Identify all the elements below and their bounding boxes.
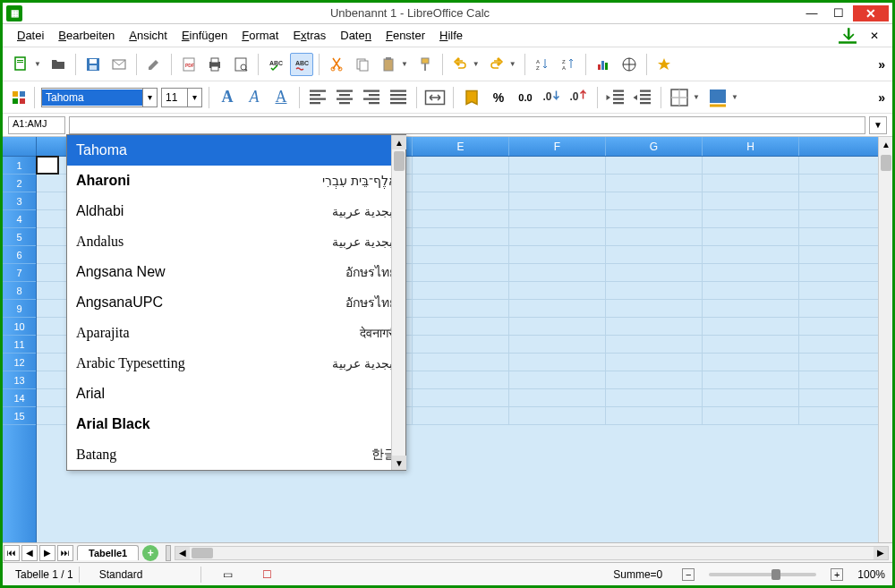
new-button[interactable] bbox=[10, 53, 33, 76]
cell[interactable] bbox=[703, 407, 799, 424]
cell[interactable] bbox=[509, 282, 606, 299]
cell[interactable] bbox=[606, 354, 703, 371]
cell[interactable] bbox=[703, 157, 799, 174]
tab-nav-first-button[interactable]: ⏮ bbox=[4, 545, 20, 561]
cell[interactable] bbox=[606, 336, 703, 353]
open-button[interactable] bbox=[47, 53, 70, 76]
scroll-down-icon[interactable]: ▼ bbox=[392, 456, 406, 470]
font-option[interactable]: Arabic Typesettingأبجدية عربية bbox=[67, 348, 405, 379]
row-header[interactable]: 2 bbox=[3, 175, 36, 192]
scroll-thumb[interactable] bbox=[192, 548, 213, 558]
cell[interactable] bbox=[509, 354, 606, 371]
bgcolor-dropdown-icon[interactable]: ▼ bbox=[731, 93, 741, 101]
row-header[interactable]: 1 bbox=[3, 157, 36, 175]
cell[interactable] bbox=[703, 264, 799, 281]
cell[interactable] bbox=[509, 407, 606, 424]
chart-button[interactable] bbox=[592, 53, 615, 76]
cell-a1[interactable] bbox=[37, 157, 58, 174]
align-right-button[interactable] bbox=[360, 86, 383, 109]
cell[interactable] bbox=[509, 336, 606, 353]
bgcolor-button[interactable] bbox=[706, 86, 729, 109]
cell[interactable] bbox=[413, 192, 509, 209]
menu-ansicht[interactable]: Ansicht bbox=[124, 27, 173, 44]
print-button[interactable] bbox=[203, 53, 226, 76]
cell[interactable] bbox=[413, 318, 509, 335]
font-option[interactable]: Andalusأبجدية عربية bbox=[67, 226, 405, 257]
cell[interactable] bbox=[413, 336, 509, 353]
font-dropdown-scrollbar[interactable]: ▲ ▼ bbox=[391, 135, 405, 470]
paste-dropdown-icon[interactable]: ▼ bbox=[401, 60, 411, 68]
pdf-button[interactable]: PDF bbox=[177, 53, 200, 76]
font-name-input[interactable] bbox=[42, 89, 142, 106]
cell[interactable] bbox=[509, 371, 606, 388]
font-option[interactable]: AngsanaUPCอักษรไทย bbox=[67, 287, 405, 318]
font-option[interactable]: Aparajitaदेवनागरी bbox=[67, 318, 405, 348]
minimize-button[interactable]: — bbox=[799, 5, 824, 21]
navigator-button[interactable] bbox=[618, 53, 641, 76]
autospell-button[interactable]: ABC bbox=[290, 53, 313, 76]
menu-bearbeiten[interactable]: Bearbeiten bbox=[53, 27, 120, 44]
row-header[interactable]: 6 bbox=[3, 246, 36, 264]
zoom-knob[interactable] bbox=[771, 569, 780, 580]
status-sum[interactable]: Summe=0 bbox=[608, 567, 668, 583]
align-left-button[interactable] bbox=[306, 86, 329, 109]
cell[interactable] bbox=[413, 300, 509, 317]
copy-button[interactable] bbox=[351, 53, 374, 76]
cell[interactable] bbox=[509, 210, 606, 227]
cell[interactable] bbox=[703, 228, 799, 245]
new-dropdown-icon[interactable]: ▼ bbox=[34, 60, 44, 68]
font-name-box[interactable]: ▾ bbox=[41, 88, 158, 107]
download-icon[interactable] bbox=[839, 27, 857, 45]
scroll-up-icon[interactable]: ▲ bbox=[392, 135, 406, 149]
column-header[interactable]: F bbox=[509, 137, 606, 156]
undo-button[interactable] bbox=[448, 53, 472, 76]
cell[interactable] bbox=[413, 210, 509, 227]
column-header[interactable]: E bbox=[413, 137, 509, 156]
sheet-tab[interactable]: Tabelle1 bbox=[77, 545, 139, 560]
increase-indent-button[interactable] bbox=[631, 86, 654, 109]
zoom-value[interactable]: 100% bbox=[857, 568, 885, 581]
tab-nav-next-button[interactable]: ▶ bbox=[39, 545, 55, 561]
selection-mode-icon[interactable]: ☐ bbox=[260, 567, 275, 582]
tab-splitter[interactable] bbox=[166, 545, 171, 561]
close-doc-icon[interactable]: ✕ bbox=[865, 27, 883, 45]
add-decimal-button[interactable]: .0 bbox=[541, 86, 564, 109]
font-option[interactable]: Arial bbox=[67, 379, 405, 409]
percent-button[interactable]: % bbox=[487, 86, 510, 109]
font-option[interactable]: Batang한글 bbox=[67, 439, 405, 470]
mail-button[interactable] bbox=[107, 53, 131, 76]
zoom-slider[interactable] bbox=[709, 573, 816, 576]
merge-cells-button[interactable] bbox=[423, 86, 447, 109]
row-header[interactable]: 10 bbox=[3, 318, 36, 336]
cell[interactable] bbox=[413, 371, 509, 388]
row-header[interactable]: 11 bbox=[3, 336, 36, 354]
close-button[interactable]: ✕ bbox=[853, 5, 889, 21]
align-center-button[interactable] bbox=[333, 86, 356, 109]
cell[interactable] bbox=[703, 300, 799, 317]
scroll-left-icon[interactable]: ◀ bbox=[175, 547, 190, 559]
borders-button[interactable] bbox=[668, 86, 691, 109]
cell[interactable] bbox=[606, 407, 703, 424]
cell[interactable] bbox=[509, 157, 606, 174]
cell[interactable] bbox=[509, 192, 606, 209]
row-header[interactable]: 14 bbox=[3, 389, 36, 407]
formula-input[interactable] bbox=[69, 116, 865, 134]
menu-hilfe[interactable]: Hilfe bbox=[434, 27, 468, 44]
cell[interactable] bbox=[703, 371, 799, 388]
decrease-indent-button[interactable] bbox=[604, 86, 627, 109]
cell[interactable] bbox=[509, 228, 606, 245]
insert-mode-icon[interactable]: ▭ bbox=[221, 567, 235, 582]
cell[interactable] bbox=[413, 157, 509, 174]
menu-fenster[interactable]: Fenster bbox=[380, 27, 430, 44]
row-header[interactable]: 3 bbox=[3, 192, 36, 210]
row-header[interactable]: 15 bbox=[3, 407, 36, 425]
cell[interactable] bbox=[509, 264, 606, 281]
zoom-out-button[interactable]: − bbox=[682, 568, 695, 581]
row-header[interactable]: 7 bbox=[3, 264, 36, 282]
cell[interactable] bbox=[606, 246, 703, 263]
tab-nav-prev-button[interactable]: ◀ bbox=[21, 545, 38, 561]
currency-button[interactable] bbox=[460, 86, 483, 109]
number-button[interactable]: 0.0 bbox=[514, 86, 537, 109]
font-name-dropdown-icon[interactable]: ▾ bbox=[142, 89, 157, 107]
bold-button[interactable]: A bbox=[216, 86, 239, 109]
